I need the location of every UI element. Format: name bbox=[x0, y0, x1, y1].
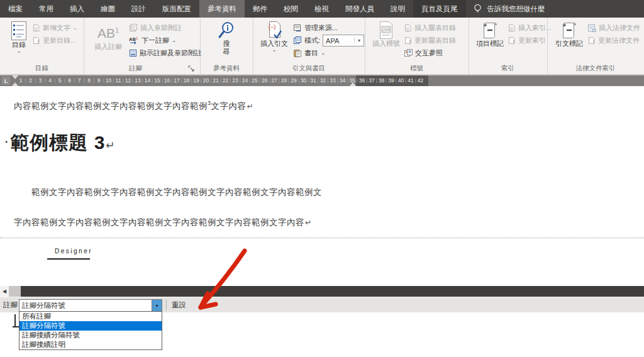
tell-me-box[interactable]: 告訴我您想做什麼 bbox=[466, 0, 553, 18]
tab-insert[interactable]: 插入 bbox=[62, 0, 92, 18]
insert-endnote-button[interactable]: 插入章節附註 bbox=[129, 22, 182, 34]
ruler-number: 10 bbox=[106, 77, 111, 84]
ruler-number: 15 bbox=[154, 77, 160, 84]
ruler-tick: | bbox=[337, 77, 338, 83]
group-table-of-contents: 目錄 ⌄ 新增文字 ⌄ bbox=[0, 18, 84, 74]
paragraph-mark-icon: ↵ bbox=[305, 218, 312, 227]
update-index-button[interactable]: 更新索引 bbox=[508, 35, 546, 47]
group-label-authorities: 法律文件索引 bbox=[547, 64, 644, 73]
ruler-tick: | bbox=[64, 77, 65, 83]
insert-caption-button[interactable]: 插入標號 bbox=[371, 21, 401, 48]
tab-header-footer[interactable]: 頁首及頁尾 bbox=[413, 0, 466, 18]
smart-lookup-button[interactable]: 搜尋 bbox=[214, 21, 239, 56]
insert-table-of-figures-icon bbox=[404, 24, 412, 32]
add-text-icon bbox=[32, 24, 40, 32]
insert-citation-button[interactable]: (−) 插入引文 ⌄ bbox=[258, 21, 291, 52]
ruler-tick: | bbox=[357, 77, 358, 83]
bibliography-label: 書目 bbox=[304, 48, 318, 58]
insert-table-of-figures-label: 插入圖表目錄 bbox=[414, 23, 456, 33]
manage-sources-label: 管理來源... bbox=[304, 23, 338, 33]
dropdown-option-continuation-notice[interactable]: 註腳接續註明 bbox=[19, 340, 162, 349]
tab-mailings[interactable]: 郵件 bbox=[245, 0, 275, 18]
group-citations: (−) 插入引文 ⌄ 管理來源... bbox=[253, 18, 365, 74]
ruler-tick: | bbox=[152, 77, 153, 83]
document-page[interactable]: 內容範例文字內容範例文字內容範例文字內容範例3文字內容↵ ·範例標題 3↵ 範例… bbox=[0, 86, 644, 286]
ruler-tick: | bbox=[171, 77, 172, 83]
ruler-number: 7 bbox=[78, 77, 81, 84]
insert-table-of-authorities-button[interactable]: 插入法律文件 bbox=[587, 22, 640, 34]
manage-sources-button[interactable]: 管理來源... bbox=[293, 22, 338, 34]
insert-footnote-label: 插入註腳 bbox=[94, 43, 122, 51]
dropdown-option-footnote-separator[interactable]: 註腳分隔符號 bbox=[19, 321, 162, 331]
tab-file[interactable]: 檔案 bbox=[0, 0, 31, 18]
ruler-number: 18 bbox=[184, 77, 189, 84]
cross-reference-button[interactable]: 交互參照 bbox=[404, 47, 443, 59]
ruler-tick: | bbox=[269, 77, 270, 83]
scroll-left-button[interactable]: ◀ bbox=[0, 286, 9, 297]
toolbar-divider bbox=[166, 299, 167, 310]
toc-button[interactable]: 目錄 ⌄ bbox=[6, 21, 31, 53]
body-paragraph-1: 內容範例文字內容範例文字內容範例文字內容範例3文字內容↵ bbox=[14, 100, 253, 112]
ruler-tick: | bbox=[259, 77, 260, 83]
ruler-tick: | bbox=[103, 77, 104, 83]
horizontal-scrollbar[interactable]: ◀ bbox=[0, 286, 644, 297]
tab-draw[interactable]: 繪圖 bbox=[92, 0, 123, 18]
tab-review[interactable]: 校閱 bbox=[275, 0, 306, 18]
citation-style-select[interactable]: APA ▾ bbox=[323, 35, 364, 47]
ruler-tick: | bbox=[376, 77, 377, 83]
lightbulb-icon bbox=[474, 4, 482, 14]
ruler-number: 17 bbox=[174, 77, 179, 84]
add-text-label: 新增文字 bbox=[43, 23, 70, 33]
group-label-research: 參考資料 bbox=[200, 64, 253, 73]
ruler-tick: | bbox=[210, 77, 211, 83]
ruler-tick: | bbox=[308, 77, 309, 83]
insert-table-of-authorities-label: 插入法律文件 bbox=[599, 23, 640, 33]
horizontal-ruler[interactable]: L 1|2|3|4|5|6|7|8|9|10|11|12|13|14|15|16… bbox=[0, 75, 644, 86]
reset-button[interactable]: 重設 bbox=[172, 300, 186, 310]
ruler-number: 12 bbox=[125, 77, 131, 84]
chevron-down-icon: ⌄ bbox=[272, 48, 277, 52]
tab-help[interactable]: 說明 bbox=[382, 0, 413, 18]
ruler-tick: | bbox=[74, 77, 75, 83]
tab-home[interactable]: 常用 bbox=[31, 0, 62, 18]
ruler-number: 2 bbox=[29, 77, 32, 84]
ruler-tick: | bbox=[318, 77, 319, 83]
update-index-label: 更新索引 bbox=[518, 36, 546, 45]
tab-design[interactable]: 設計 bbox=[123, 0, 154, 18]
dropdown-option-all-footnotes[interactable]: 所有註腳 bbox=[19, 312, 162, 321]
scrollbar-thumb[interactable] bbox=[9, 286, 21, 297]
ruler-number: 34 bbox=[340, 77, 345, 84]
tab-references[interactable]: 參考資料 bbox=[199, 0, 245, 18]
insert-index-button[interactable]: 插入索引... bbox=[508, 22, 552, 34]
ruler-tick: | bbox=[415, 77, 416, 83]
dropdown-option-continuation-separator[interactable]: 註腳接續分隔符號 bbox=[19, 331, 162, 340]
show-notes-button[interactable]: 顯示註腳及章節附註 bbox=[129, 47, 202, 59]
dropdown-arrow-icon: ▾ bbox=[354, 38, 364, 43]
mark-entry-button[interactable]: 項目標記 bbox=[475, 21, 505, 48]
mark-citation-button[interactable]: 引文標記 bbox=[553, 21, 585, 48]
chevron-down-icon: ⌄ bbox=[73, 26, 78, 30]
insert-footnote-button[interactable]: AB1 插入註腳 bbox=[91, 21, 125, 51]
dropdown-arrow-icon[interactable]: ▾ bbox=[152, 300, 162, 311]
tab-view[interactable]: 檢視 bbox=[306, 0, 337, 18]
footnotes-dialog-launcher[interactable] bbox=[188, 65, 195, 72]
tab-layout[interactable]: 版面配置 bbox=[154, 0, 199, 18]
update-table-of-figures-button[interactable]: 更新圖表目錄 bbox=[404, 35, 456, 47]
ruler-number: 39 bbox=[388, 77, 394, 84]
add-text-button[interactable]: 新增文字 ⌄ bbox=[32, 22, 78, 34]
ruler-tick: | bbox=[191, 77, 192, 83]
bibliography-button[interactable]: 書目 ⌄ bbox=[293, 47, 326, 59]
ruler-tick: | bbox=[162, 77, 163, 83]
insert-table-of-figures-button[interactable]: 插入圖表目錄 bbox=[404, 22, 456, 34]
ruler-number: 16 bbox=[164, 77, 170, 84]
group-label-citations: 引文與書目 bbox=[253, 64, 365, 73]
update-toc-button[interactable]: 更新目錄... bbox=[32, 35, 76, 47]
mark-citation-icon bbox=[560, 21, 578, 40]
group-footnotes: AB1 插入註腳 插入章節附註 AB 1 bbox=[84, 18, 201, 74]
footnote-view-select[interactable]: 註腳分隔符號 ▾ bbox=[19, 299, 162, 312]
heading-3: ·範例標題 3↵ bbox=[5, 130, 116, 156]
next-footnote-button[interactable]: AB 1 下一註腳 ⌄ bbox=[129, 35, 177, 47]
ruler-tick: | bbox=[93, 77, 94, 83]
tab-developer[interactable]: 開發人員 bbox=[337, 0, 382, 18]
update-table-of-authorities-button[interactable]: 更新法律文件 bbox=[587, 35, 640, 47]
